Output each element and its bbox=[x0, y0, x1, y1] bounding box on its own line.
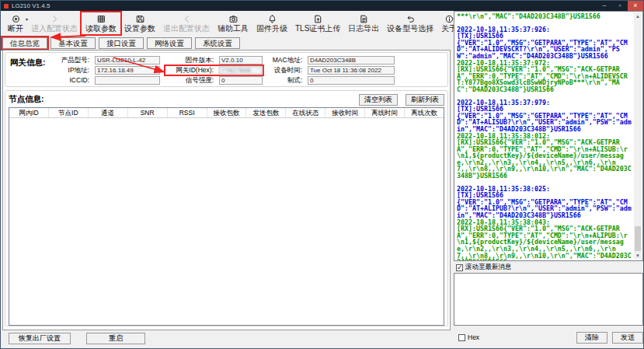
field-label-ip-address: IP地址: bbox=[50, 66, 89, 75]
toolbar-item-exit-config: 退出配置状态 bbox=[159, 12, 214, 34]
field-value-firmware-version[interactable]: V2.0.10 bbox=[219, 56, 263, 65]
field-label-signal-strength: 信号强度: bbox=[165, 76, 214, 85]
scroll-down-icon[interactable]: ▼ bbox=[634, 252, 642, 260]
factory-reset-button[interactable]: 恢复出厂设置 bbox=[9, 333, 71, 344]
toolbar-item-label: 设备型号选择 bbox=[387, 24, 433, 33]
toolbar-item-enter-config: 进入配置状态 bbox=[27, 12, 82, 34]
toolbar-item-disconnect[interactable]: 断开▾ bbox=[4, 12, 27, 34]
log-entries: ***\r\n","MAC":"D4AD203C348B"}USR1566202… bbox=[457, 13, 632, 261]
scroll-up-icon[interactable]: ▲ bbox=[634, 12, 642, 20]
log-entry-tx: 2022-10-18,11:35:38:025: [TX]:USR1566 {"… bbox=[457, 186, 632, 219]
disconnect-icon bbox=[11, 13, 21, 24]
log-entry-tx: 2022-10-18,11:35:37:926: [TX]:USR1566 {"… bbox=[457, 26, 632, 60]
message-input[interactable] bbox=[454, 273, 643, 326]
autoscroll-row: 滚动至最新消息 bbox=[456, 263, 512, 272]
field-value-signal-strength[interactable]: 0 bbox=[219, 76, 263, 85]
field-label-product-model: 产品型号: bbox=[50, 56, 89, 65]
field-label-network-mode: 制式: bbox=[268, 76, 302, 85]
log-entry-rx: 2022-10-18,11:35:38:043: [RX]:USR1566{"V… bbox=[457, 219, 632, 261]
field-value-ip-address[interactable]: 172.16.18.49 bbox=[95, 66, 160, 75]
field-value-gateway-id[interactable]: 77B27B6B bbox=[219, 66, 263, 75]
field-value-product-model[interactable]: USR-LG210-L-42 bbox=[95, 56, 160, 65]
tab-info-overview[interactable]: 信息总览 bbox=[2, 37, 47, 49]
clear-button[interactable]: 清除 bbox=[576, 332, 607, 344]
log-entry-rx: 2022-10-18,11:35:38:012: [RX]:USR1566{"V… bbox=[457, 133, 632, 180]
toolbar: 断开▾进入配置状态读取参数设置参数退出配置状态辅助工具固件升级TLS证书上传日志… bbox=[2, 11, 451, 37]
toolbar-item-read-params[interactable]: 读取参数 bbox=[82, 12, 120, 34]
column-header: 网内ID bbox=[9, 108, 49, 117]
column-header: 离线次数 bbox=[405, 108, 444, 117]
maximize-button[interactable]: ▫ bbox=[612, 1, 628, 11]
floppy-icon bbox=[135, 13, 145, 24]
toolbar-item-label: 固件升级 bbox=[256, 24, 287, 33]
document-icon bbox=[359, 13, 369, 24]
toolbar-item-label: 退出配置状态 bbox=[163, 24, 210, 33]
toolbar-item-device-model-select[interactable]: 设备型号选择 bbox=[383, 12, 437, 34]
log-entry-rx: ***\r\n","MAC":"D4AD203C348B"}USR1566 bbox=[457, 13, 632, 20]
left-footer: 恢复出厂设置 重启 bbox=[9, 333, 145, 344]
tab-bar: 信息总览基本设置接口设置网络设置系统设置 bbox=[2, 37, 240, 49]
titlebar: LG210 V1.4.5 – ▫ × bbox=[1, 1, 643, 11]
log-scrollbar[interactable]: ▲ ▼ bbox=[634, 12, 642, 260]
toolbar-item-set-params[interactable]: 设置参数 bbox=[120, 12, 159, 34]
restart-button[interactable]: 重启 bbox=[86, 333, 145, 344]
clear-list-button[interactable]: 清空列表 bbox=[359, 94, 398, 106]
field-value-iccid[interactable] bbox=[95, 76, 160, 85]
field-label-mac-address: MAC地址: bbox=[268, 56, 302, 65]
column-header: 在线状态 bbox=[286, 108, 325, 117]
hex-checkbox[interactable] bbox=[458, 334, 465, 341]
column-header: 离线时间 bbox=[365, 108, 405, 117]
toolbar-item-label: 读取参数 bbox=[85, 24, 117, 33]
field-value-mac-address[interactable]: D4AD203C348B bbox=[308, 56, 395, 65]
refresh-list-button[interactable]: 刷新列表 bbox=[406, 94, 444, 106]
toolbar-item-tls-cert-upload[interactable]: TLS证书上传 bbox=[291, 12, 344, 34]
app-icon bbox=[4, 4, 9, 9]
log-entry-rx: 2022-10-18,11:35:37:972: [RX]:USR1566{"V… bbox=[457, 60, 632, 93]
toolbar-item-firmware-upgrade[interactable]: 固件升级 bbox=[252, 12, 291, 34]
column-header: 节点ID bbox=[49, 108, 89, 117]
toolbar-item-label: 断开 bbox=[8, 24, 23, 33]
close-button[interactable]: × bbox=[628, 1, 643, 11]
column-header: RSSI bbox=[168, 108, 207, 117]
chevron-right-icon bbox=[50, 13, 60, 24]
app-window: LG210 V1.4.5 – ▫ × 断开▾进入配置状态读取参数设置参数退出配置… bbox=[0, 0, 644, 349]
autoscroll-checkbox[interactable] bbox=[456, 264, 463, 271]
node-table-body bbox=[9, 118, 444, 326]
tab-basic-settings[interactable]: 基本设置 bbox=[50, 37, 96, 49]
log-entry-tx: 2022-10-18,11:35:37:979: [TX]:USR1566 {"… bbox=[457, 99, 632, 133]
tab-network-settings[interactable]: 网络设置 bbox=[147, 37, 192, 49]
column-header: 接收时间 bbox=[325, 108, 365, 117]
main-panel: 网关信息: 产品型号:USR-LG210-L-42固件版本:V2.0.10MAC… bbox=[2, 50, 451, 330]
back-arrow-icon bbox=[406, 13, 416, 24]
scrollbar-thumb[interactable] bbox=[635, 226, 641, 251]
column-header: 发送包数 bbox=[246, 108, 286, 117]
field-value-network-mode[interactable]: 0 bbox=[308, 76, 395, 85]
gateway-section-title: 网关信息: bbox=[10, 56, 50, 85]
toolbar-item-label: 进入配置状态 bbox=[31, 24, 78, 33]
autoscroll-label: 滚动至最新消息 bbox=[465, 263, 512, 272]
tab-system-settings[interactable]: 系统设置 bbox=[195, 37, 240, 49]
hex-label: Hex bbox=[468, 333, 479, 341]
column-header: 通道 bbox=[89, 108, 128, 117]
grid-icon bbox=[96, 13, 106, 24]
window-title: LG210 V1.4.5 bbox=[12, 1, 50, 11]
info-icon bbox=[444, 13, 454, 24]
field-label-device-time: 设备时间: bbox=[268, 66, 302, 75]
field-label-iccid: ICCID: bbox=[50, 76, 89, 85]
send-button[interactable]: 发送 bbox=[612, 332, 643, 344]
log-output[interactable]: ***\r\n","MAC":"D4AD203C348B"}USR1566202… bbox=[454, 11, 643, 261]
field-label-gateway-id: 网关ID(Hex): bbox=[165, 66, 214, 75]
field-value-device-time[interactable]: Tue Oct 18 11:36:08 2022 bbox=[308, 66, 395, 75]
toolbar-item-aux-tools[interactable]: 辅助工具 bbox=[214, 12, 252, 34]
gateway-field-grid: 产品型号:USR-LG210-L-42固件版本:V2.0.10MAC地址:D4A… bbox=[50, 56, 395, 85]
gateway-info-group: 网关信息: 产品型号:USR-LG210-L-42固件版本:V2.0.10MAC… bbox=[5, 52, 448, 87]
toolbar-item-label: 日志导出 bbox=[348, 24, 379, 33]
minimize-button[interactable]: – bbox=[597, 1, 612, 11]
send-buttons: 清除 发送 bbox=[576, 332, 643, 344]
toolbar-item-log-export[interactable]: 日志导出 bbox=[344, 12, 383, 34]
bell-icon bbox=[267, 13, 277, 24]
node-table: 网内ID节点ID通道SNRRSSI接收包数发送包数在线状态接收时间离线时间离线次… bbox=[9, 107, 444, 326]
upload-doc-icon bbox=[313, 13, 323, 24]
tab-interface-settings[interactable]: 接口设置 bbox=[99, 37, 144, 49]
toolbar-item-label: TLS证书上传 bbox=[295, 24, 340, 33]
